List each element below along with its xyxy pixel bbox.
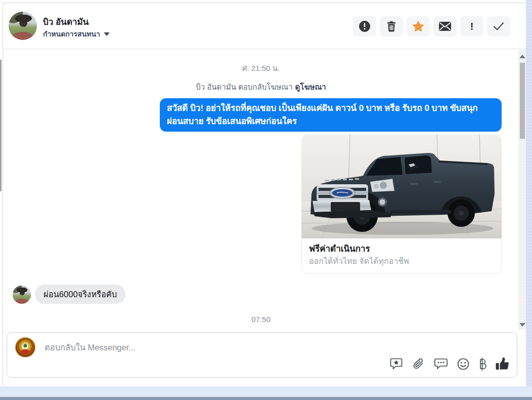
ad-card-title: ฟรีค่าดำเนินการ <box>309 243 494 255</box>
caret-down-icon <box>104 32 110 36</box>
vehicle-photo[interactable] <box>301 134 502 238</box>
composer-actions <box>390 356 510 371</box>
star-icon <box>412 20 425 33</box>
ad-card-subtitle: ออกได้ทั่วไทย จัดได้ทุกอาชีพ <box>309 256 494 267</box>
message-thread[interactable]: ศ. 21:50 น. บิว อันดามัน ตอบกลับโฆษณาดูโ… <box>4 50 518 330</box>
conversation-widget: บิว อันดามัน กำหนดการสนทนา <box>3 3 526 386</box>
chat-scrollbar[interactable] <box>518 50 526 330</box>
exclamation-circle-icon <box>359 20 371 32</box>
scrollbar-thumb[interactable] <box>520 63 525 139</box>
ad-reply-notice: บิว อันดามัน ตอบกลับโฆษณาดูโฆษณา <box>4 81 518 93</box>
envelope-icon <box>438 21 452 31</box>
messenger-inbox-page: บิว อันดามัน กำหนดการสนทนา <box>0 0 532 400</box>
reply-composer <box>7 332 517 378</box>
star-button[interactable] <box>407 16 430 36</box>
contact-avatar-small <box>13 286 31 304</box>
important-button[interactable]: ! <box>460 16 483 36</box>
page-bottom-bar <box>0 397 532 400</box>
sticker-comment-icon[interactable] <box>390 357 404 371</box>
check-icon <box>493 21 505 31</box>
incoming-message-row: ผ่อน6000จริงหรือคับ <box>13 285 125 304</box>
thumbs-up-icon[interactable] <box>495 356 510 371</box>
scroll-down-arrow-icon[interactable] <box>519 323 525 327</box>
conversation-schedule-dropdown[interactable]: กำหนดการสนทนา <box>43 28 110 39</box>
paperclip-icon[interactable] <box>412 357 425 371</box>
page-logo-avatar <box>15 337 35 357</box>
conversation-header: บิว อันดามัน กำหนดการสนทนา <box>3 3 526 49</box>
outer-page-scrollbar-thumb[interactable] <box>0 60 2 191</box>
scroll-up-arrow-icon[interactable] <box>519 55 525 58</box>
saved-replies-icon[interactable] <box>434 357 448 371</box>
header-toolbar: ! <box>353 16 510 36</box>
ad-card-caption: ฟรีค่าดำเนินการ ออกได้ทั่วไทย จัดได้ทุกอ… <box>301 238 502 274</box>
ad-attachment-card[interactable]: ฟรีค่าดำเนินการ ออกได้ทั่วไทย จัดได้ทุกอ… <box>301 134 502 274</box>
timestamp-top: ศ. 21:50 น. <box>4 62 518 74</box>
page-edge-strip <box>526 0 532 400</box>
reply-input[interactable] <box>45 339 398 356</box>
report-button[interactable] <box>353 16 376 36</box>
contact-avatar[interactable] <box>9 12 37 40</box>
mark-done-button[interactable] <box>487 16 510 36</box>
page-bottom-strip <box>0 386 532 397</box>
outgoing-message-bubble: สวัสดี บิว! อย่าให้รถที่คุณชอบ เป็นเพียง… <box>160 98 502 132</box>
mark-unread-button[interactable] <box>433 16 457 36</box>
schedule-label: กำหนดการสนทนา <box>43 28 100 39</box>
view-ad-link[interactable]: ดูโฆษณา <box>295 83 326 91</box>
delete-button[interactable] <box>380 16 403 36</box>
contact-name: บิว อันดามัน <box>43 15 88 28</box>
baht-payment-icon[interactable] <box>478 357 486 371</box>
ad-reply-text: บิว อันดามัน ตอบกลับโฆษณา <box>196 83 292 91</box>
emoji-icon[interactable] <box>457 357 470 371</box>
trash-icon <box>385 20 397 32</box>
exclamation-icon: ! <box>470 20 474 32</box>
timestamp-bottom: 07:50 <box>4 315 518 324</box>
incoming-message-bubble: ผ่อน6000จริงหรือคับ <box>35 285 125 304</box>
